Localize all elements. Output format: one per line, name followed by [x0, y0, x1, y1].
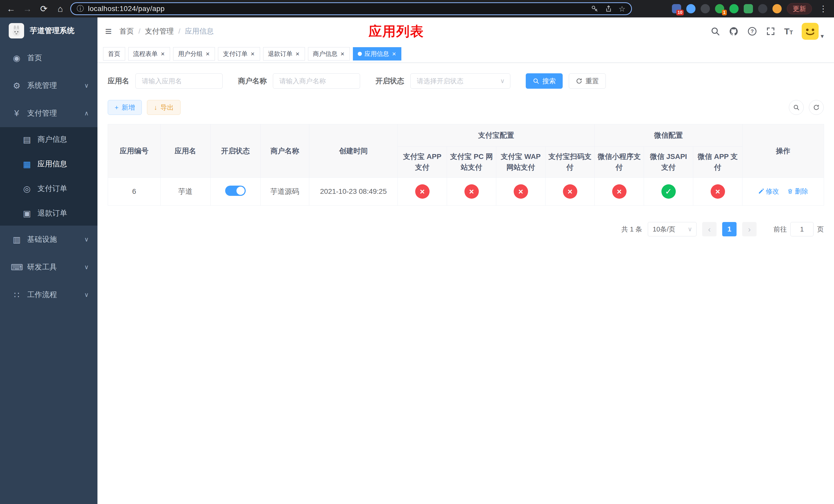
tab-app-info[interactable]: 应用信息 ×	[353, 47, 401, 61]
sidebar-item-label: 基础设施	[27, 234, 57, 245]
prev-page-button[interactable]: ‹	[702, 222, 717, 236]
status-toggle[interactable]	[225, 186, 246, 196]
url-text[interactable]: localhost:1024/pay/app	[88, 5, 164, 13]
tab-user-group[interactable]: 用户分组 ×	[173, 47, 215, 61]
add-button[interactable]: + 新增	[108, 100, 142, 115]
pagination: 共 1 条 10条/页 ∨ ‹ 1 › 前往 页	[108, 222, 824, 236]
alipay-qr-disabled-icon: ×	[563, 184, 577, 199]
edit-link[interactable]: 修改	[758, 187, 779, 196]
hamburger-icon[interactable]: ≡	[105, 25, 112, 38]
extension-icon[interactable]	[744, 4, 753, 13]
sidebar-item-payment[interactable]: ¥ 支付管理 ∧	[0, 99, 97, 127]
sidebar-item-app-info[interactable]: ▦ 应用信息	[0, 152, 97, 176]
fullscreen-icon[interactable]	[766, 26, 775, 36]
tab-label: 支付订单	[223, 50, 247, 58]
tab-process-form[interactable]: 流程表单 ×	[128, 47, 170, 61]
password-key-icon[interactable]	[591, 5, 598, 13]
browser-home-icon[interactable]: ⌂	[54, 2, 67, 15]
col-group-wechat: 微信配置	[595, 124, 743, 147]
extension-icon[interactable]	[729, 4, 739, 13]
refund-doc-icon: ▣	[21, 208, 33, 219]
toggle-search-button[interactable]	[789, 100, 804, 115]
yen-icon: ¥	[11, 109, 23, 118]
tab-pay-order[interactable]: 支付订单 ×	[218, 47, 260, 61]
tab-label: 用户分组	[178, 50, 203, 58]
sidebar-item-workflow[interactable]: ∷ 工作流程 ∨	[0, 281, 97, 308]
sidebar-item-infrastructure[interactable]: ▥ 基础设施 ∨	[0, 226, 97, 253]
browser-reload-icon[interactable]: ⟳	[38, 2, 50, 15]
app-name-input[interactable]	[135, 73, 223, 89]
search-button[interactable]: 搜索	[526, 73, 563, 89]
col-merchant: 商户名称	[261, 124, 309, 178]
close-icon[interactable]: ×	[250, 50, 255, 57]
extension-icon[interactable]: 10	[672, 4, 681, 13]
tags-view: 首页 流程表单 × 用户分组 × 支付订单 × 退款订单 × 商户信息 ×	[97, 45, 834, 63]
sidebar-item-pay-order[interactable]: ◎ 支付订单	[0, 176, 97, 201]
tab-merchant-info[interactable]: 商户信息 ×	[308, 47, 350, 61]
close-icon[interactable]: ×	[295, 50, 300, 57]
share-icon[interactable]	[605, 5, 612, 13]
cell-app-name: 芋道	[160, 178, 211, 206]
col-alipay-qr: 支付宝扫码支付	[546, 147, 595, 178]
browser-forward-icon[interactable]: →	[21, 2, 34, 15]
tab-label: 退款订单	[268, 50, 293, 58]
bookmark-star-icon[interactable]: ☆	[619, 4, 626, 13]
site-info-icon[interactable]: ⓘ	[77, 4, 84, 14]
sidebar-item-label: 支付订单	[38, 184, 67, 194]
sidebar-item-system[interactable]: ⚙ 系统管理 ∨	[0, 72, 97, 99]
app-name-label: 应用名	[108, 76, 129, 86]
browser-update-button[interactable]: 更新	[787, 3, 812, 14]
extension-icon[interactable]: 1	[715, 4, 724, 13]
wechat-app-disabled-icon: ×	[711, 184, 725, 199]
reset-button[interactable]: 重置	[569, 73, 606, 89]
page-number-1[interactable]: 1	[722, 222, 737, 236]
extension-icon[interactable]	[686, 4, 696, 13]
col-alipay-pc: 支付宝 PC 网站支付	[447, 147, 496, 178]
col-wechat-mini: 微信小程序支付	[595, 147, 644, 178]
close-icon[interactable]: ×	[340, 50, 345, 57]
cell-app-id: 6	[108, 178, 160, 206]
breadcrumb-payment[interactable]: 支付管理	[145, 26, 174, 36]
font-size-icon[interactable]: TT	[784, 26, 793, 37]
browser-back-icon[interactable]: ←	[5, 2, 18, 15]
status-select[interactable]	[410, 73, 510, 89]
sidebar-item-home[interactable]: ◉ 首页	[0, 44, 97, 72]
sidebar-item-dev-tools[interactable]: ⌨ 研发工具 ∨	[0, 253, 97, 281]
col-wechat-app: 微信 APP 支付	[693, 147, 743, 178]
tab-home[interactable]: 首页	[103, 47, 125, 61]
browser-menu-icon[interactable]: ⋮	[817, 4, 829, 14]
extension-icon[interactable]	[758, 4, 767, 13]
extension-icon[interactable]	[701, 4, 710, 13]
next-page-button[interactable]: ›	[742, 222, 756, 236]
export-button[interactable]: ↓ 导出	[147, 100, 180, 115]
address-bar[interactable]: ⓘ localhost:1024/pay/app ☆	[70, 2, 632, 15]
page-size-select[interactable]: 10条/页 ∨	[648, 222, 697, 236]
sidebar-item-label: 支付管理	[27, 108, 57, 118]
refresh-icon	[576, 78, 583, 84]
github-icon[interactable]	[729, 26, 739, 36]
sidebar-item-merchant-info[interactable]: ▤ 商户信息	[0, 127, 97, 152]
sidebar-item-refund-order[interactable]: ▣ 退款订单	[0, 201, 97, 226]
user-avatar[interactable]: ▾	[802, 23, 824, 40]
search-icon[interactable]	[710, 26, 720, 36]
profile-avatar-icon[interactable]	[772, 4, 782, 13]
breadcrumb-home[interactable]: 首页	[119, 26, 134, 36]
merchant-name-input[interactable]	[273, 73, 360, 89]
refresh-table-button[interactable]	[809, 100, 824, 115]
extensions-area: 10 1 更新 ⋮	[672, 3, 829, 14]
infrastructure-icon: ▥	[11, 234, 23, 245]
cell-actions: 修改 删除	[743, 178, 824, 206]
close-icon[interactable]: ×	[392, 50, 396, 57]
chevron-down-icon: ∨	[84, 264, 89, 271]
tab-refund-order[interactable]: 退款订单 ×	[263, 47, 305, 61]
search-icon	[793, 104, 799, 111]
search-icon	[533, 78, 539, 84]
close-icon[interactable]: ×	[160, 50, 165, 57]
chevron-up-icon: ∧	[84, 110, 89, 117]
help-icon[interactable]	[747, 26, 757, 36]
close-icon[interactable]: ×	[205, 50, 210, 57]
tab-label: 应用信息	[365, 50, 389, 58]
goto-page-input[interactable]	[790, 222, 813, 236]
breadcrumb-current: 应用信息	[185, 26, 214, 36]
delete-link[interactable]: 删除	[787, 187, 808, 196]
